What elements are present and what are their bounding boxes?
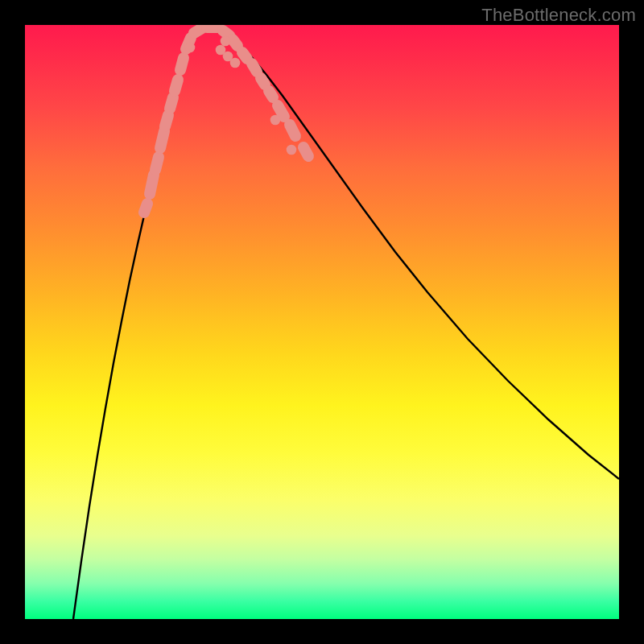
svg-line-3 — [160, 131, 164, 148]
highlight-points — [144, 27, 308, 213]
svg-point-26 — [185, 43, 196, 53]
svg-line-18 — [290, 125, 295, 136]
svg-line-5 — [170, 97, 173, 109]
svg-line-19 — [303, 147, 308, 156]
plot-area — [25, 25, 619, 619]
svg-line-9 — [194, 28, 202, 33]
svg-point-24 — [287, 145, 297, 155]
svg-line-4 — [165, 115, 168, 126]
svg-line-12 — [233, 39, 237, 46]
svg-line-17 — [278, 105, 284, 117]
svg-line-1 — [150, 175, 154, 194]
svg-line-0 — [144, 204, 147, 213]
bottleneck-curve — [73, 27, 619, 619]
svg-line-11 — [223, 31, 229, 35]
svg-point-25 — [221, 36, 231, 47]
svg-line-13 — [242, 52, 247, 59]
watermark-text: TheBottleneck.com — [481, 5, 636, 26]
svg-line-16 — [269, 91, 273, 97]
chart-frame: TheBottleneck.com — [0, 0, 644, 644]
svg-line-2 — [155, 157, 159, 170]
curve-layer — [25, 25, 619, 619]
svg-line-6 — [175, 80, 178, 91]
svg-line-7 — [180, 58, 184, 70]
svg-line-14 — [252, 64, 257, 72]
svg-point-23 — [270, 115, 281, 126]
svg-line-15 — [261, 78, 265, 85]
svg-point-22 — [230, 58, 241, 68]
